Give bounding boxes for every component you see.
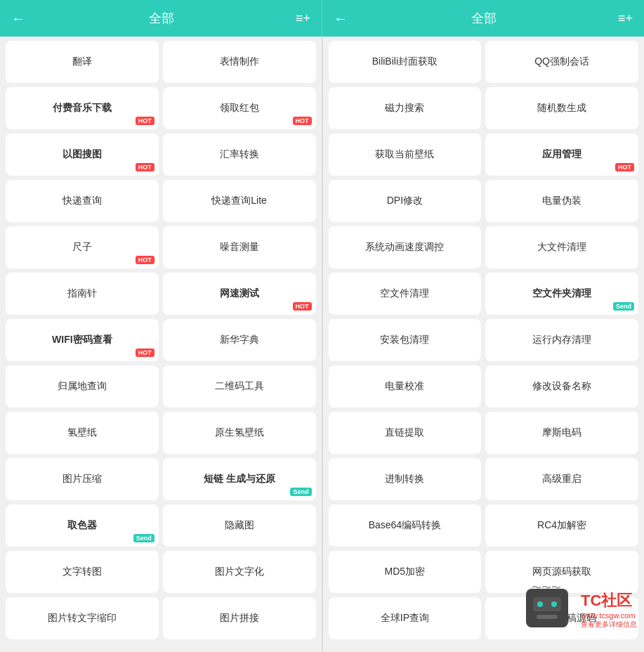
item-badge: HOT: [136, 117, 155, 125]
list-item[interactable]: 网速测试HOT: [163, 273, 316, 315]
item-label: 获取当前壁纸: [375, 148, 434, 162]
list-item[interactable]: WIFI密码查看HOT: [6, 319, 159, 361]
item-badge: HOT: [293, 302, 312, 311]
list-item[interactable]: BiliBili封面获取: [329, 41, 482, 83]
list-item[interactable]: 图片压缩: [6, 458, 159, 500]
item-badge: HOT: [293, 117, 312, 125]
item-label: 氢壁纸: [67, 426, 97, 440]
item-label: 领取红包: [220, 101, 259, 115]
list-item[interactable]: 进制转换: [329, 458, 482, 500]
list-item[interactable]: 获取当前壁纸: [329, 133, 482, 176]
item-label: 电量伪装: [542, 194, 581, 208]
list-item[interactable]: 全球IP查询: [329, 597, 482, 639]
list-item[interactable]: 查看设计稿源码: [485, 597, 638, 639]
item-badge: Send: [133, 534, 155, 542]
list-item[interactable]: 空文件清理: [329, 273, 482, 315]
list-item[interactable]: 修改设备名称: [485, 365, 638, 408]
item-label: 文字转图: [63, 565, 102, 579]
item-badge: Send: [613, 302, 634, 311]
list-item[interactable]: 领取红包HOT: [163, 87, 316, 129]
list-item[interactable]: DPI修改: [329, 180, 482, 222]
item-label: 图片压缩: [63, 472, 102, 486]
list-item[interactable]: 取色器Send: [6, 504, 159, 547]
item-label: 进制转换: [385, 472, 424, 486]
item-badge: HOT: [615, 163, 634, 171]
list-item[interactable]: 安装包清理: [329, 319, 482, 361]
item-label: RC4加解密: [537, 519, 586, 533]
list-item[interactable]: 快递查询Lite: [163, 180, 316, 222]
list-item[interactable]: 翻译: [6, 41, 159, 83]
item-badge: HOT: [136, 348, 155, 357]
item-label: 电量校准: [385, 379, 424, 393]
item-label: 图片转文字缩印: [48, 611, 117, 625]
list-item[interactable]: 原生氢壁纸: [163, 412, 316, 454]
item-label: MD5加密: [385, 565, 426, 579]
item-label: DPI修改: [387, 194, 423, 208]
list-item[interactable]: 电量校准: [329, 365, 482, 408]
item-label: 高级重启: [542, 472, 581, 486]
list-item[interactable]: 高级重启: [485, 458, 638, 500]
list-item[interactable]: 随机数生成: [485, 87, 638, 129]
list-item[interactable]: QQ强制会话: [485, 41, 638, 83]
list-item[interactable]: 图片拼接: [163, 597, 316, 639]
list-item[interactable]: MD5加密: [329, 551, 482, 593]
list-item[interactable]: 新华字典: [163, 319, 316, 361]
list-item[interactable]: RC4加解密: [485, 504, 638, 547]
list-item[interactable]: 图片转文字缩印: [6, 597, 159, 639]
left-back-button[interactable]: ←: [11, 11, 25, 27]
list-item[interactable]: 隐藏图: [163, 504, 316, 547]
item-label: 取色器: [67, 519, 97, 533]
item-label: 空文件清理: [380, 287, 429, 301]
list-item[interactable]: 图片文字化: [163, 551, 316, 593]
right-items-grid: BiliBili封面获取QQ强制会话磁力搜索随机数生成获取当前壁纸应用管理HOT…: [329, 41, 639, 639]
list-item[interactable]: 归属地查询: [6, 365, 159, 408]
list-item[interactable]: 电量伪装: [485, 180, 638, 222]
item-label: 指南针: [67, 287, 97, 301]
item-label: Base64编码转换: [369, 519, 441, 533]
right-header: ← 全部 ≡+: [322, 0, 644, 37]
list-item[interactable]: 文字转图: [6, 551, 159, 593]
list-item[interactable]: 摩斯电码: [485, 412, 638, 454]
item-label: 摩斯电码: [542, 426, 581, 440]
list-item[interactable]: 尺子HOT: [6, 226, 159, 268]
right-panel: BiliBili封面获取QQ强制会话磁力搜索随机数生成获取当前壁纸应用管理HOT…: [322, 37, 645, 652]
right-menu-button[interactable]: ≡+: [618, 11, 633, 26]
left-items-grid: 翻译表情制作付费音乐下载HOT领取红包HOT以图搜图HOT汇率转换快递查询快递查…: [6, 41, 316, 639]
list-item[interactable]: 系统动画速度调控: [329, 226, 482, 268]
list-item[interactable]: 直链提取: [329, 412, 482, 454]
list-item[interactable]: 快递查询: [6, 180, 159, 222]
left-title: 全部: [34, 10, 289, 27]
right-title: 全部: [356, 10, 612, 27]
item-label: 以图搜图: [63, 148, 102, 162]
list-item[interactable]: 以图搜图HOT: [6, 133, 159, 176]
item-label: 新华字典: [220, 333, 259, 347]
list-item[interactable]: Base64编码转换: [329, 504, 482, 547]
right-back-button[interactable]: ←: [334, 11, 348, 27]
item-label: 查看设计稿源码: [527, 611, 596, 625]
item-label: 图片拼接: [220, 611, 259, 625]
list-item[interactable]: 二维码工具: [163, 365, 316, 408]
list-item[interactable]: 指南针: [6, 273, 159, 315]
item-label: 翻译: [72, 55, 92, 69]
top-bar: ← 全部 ≡+ ← 全部 ≡+: [0, 0, 644, 37]
list-item[interactable]: 网页源码获取: [485, 551, 638, 593]
list-item[interactable]: 付费音乐下载HOT: [6, 87, 159, 129]
list-item[interactable]: 磁力搜索: [329, 87, 482, 129]
left-panel: 翻译表情制作付费音乐下载HOT领取红包HOT以图搜图HOT汇率转换快递查询快递查…: [0, 37, 322, 652]
left-menu-button[interactable]: ≡+: [296, 11, 310, 26]
list-item[interactable]: 汇率转换: [163, 133, 316, 176]
item-label: 尺子: [72, 240, 92, 254]
item-label: 全球IP查询: [381, 611, 429, 625]
list-item[interactable]: 大文件清理: [485, 226, 638, 268]
list-item[interactable]: 氢壁纸: [6, 412, 159, 454]
list-item[interactable]: 表情制作: [163, 41, 316, 83]
item-badge: HOT: [136, 163, 155, 171]
item-label: 付费音乐下载: [53, 101, 112, 115]
list-item[interactable]: 空文件夹清理Send: [485, 273, 638, 315]
list-item[interactable]: 噪音测量: [163, 226, 316, 268]
list-item[interactable]: 应用管理HOT: [485, 133, 638, 176]
item-label: 表情制作: [220, 55, 259, 69]
list-item[interactable]: 运行内存清理: [485, 319, 638, 361]
list-item[interactable]: 短链 生成与还原Send: [163, 458, 316, 500]
item-label: 安装包清理: [380, 333, 429, 347]
